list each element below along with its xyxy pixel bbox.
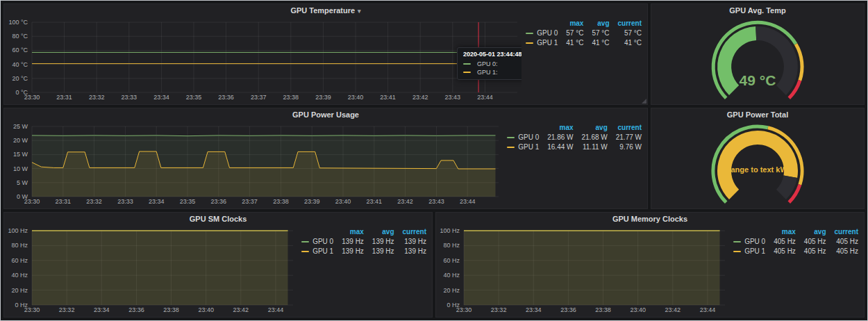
legend-table-memory-clocks[interactable]: maxavgcurrentGPU 0405 Hz405 Hz405 HzGPU … xyxy=(729,225,861,315)
legend-value: 11.11 W xyxy=(574,142,608,152)
legend-row: GPU 057 °C57 °C57 °C xyxy=(526,28,642,38)
y-axis-tick-label: 40 °C xyxy=(7,61,28,68)
y-axis-tick-label: 80 Hz xyxy=(439,242,460,249)
plot-svg xyxy=(7,17,521,102)
y-axis-tick-label: 60 Hz xyxy=(7,257,28,264)
y-axis-tick-label: 20 Hz xyxy=(439,287,460,294)
x-axis-tick-label: 23:30 xyxy=(18,94,46,101)
legend-value: 405 Hz xyxy=(765,237,796,247)
legend-row: GPU 116.44 W11.11 W9.76 W xyxy=(507,142,642,152)
y-axis-tick-label: 60 °C xyxy=(7,47,28,54)
legend-value: 405 Hz xyxy=(826,247,858,256)
legend-header[interactable]: max xyxy=(765,227,796,237)
panel-title-text: GPU Power Usage xyxy=(292,110,359,119)
x-axis-tick-label: 23:38 xyxy=(267,198,294,205)
y-axis-tick-label: 20 W xyxy=(7,137,28,144)
legend-row: GPU 1139 Hz139 Hz139 Hz xyxy=(301,247,426,256)
legend-header[interactable]: current xyxy=(610,19,642,28)
grafana-dashboard: GPU Temperature▾ 2020-05-01 23:44:48 GPU… xyxy=(0,0,868,321)
legend-value: 41 °C xyxy=(610,38,642,48)
panel-resize-handle[interactable] xyxy=(642,99,646,104)
legend-value: 41 °C xyxy=(558,38,583,48)
tooltip-series-value: 57 xyxy=(516,60,521,68)
series-dash-icon xyxy=(463,63,471,65)
series-dash-icon xyxy=(463,72,471,73)
panel-title-gpu-power-usage[interactable]: GPU Power Usage xyxy=(4,108,647,121)
panel-title-text: GPU Avg. Temp xyxy=(729,6,786,15)
legend-header[interactable]: max xyxy=(539,123,573,133)
panel-title-gpu-power-total[interactable]: GPU Power Total xyxy=(651,108,864,121)
plot-svg xyxy=(7,121,503,206)
legend-header[interactable]: current xyxy=(826,227,858,237)
power-usage-chart[interactable]: 0 W5 W10 W15 W20 W25 W23:3023:3123:3223:… xyxy=(7,121,503,206)
panel-body: 0 Hz20 Hz40 Hz60 Hz80 Hz100 Hz23:3023:32… xyxy=(4,225,432,316)
series-dash-icon xyxy=(526,33,533,34)
legend-series-toggle[interactable]: GPU 0 xyxy=(507,133,539,142)
tooltip-series-name: GPU 1: xyxy=(477,68,498,76)
legend-header[interactable]: avg xyxy=(796,227,826,237)
legend-header[interactable]: avg xyxy=(583,19,609,28)
avg-temp-gauge: 49 °C xyxy=(654,17,861,102)
x-axis-tick-label: 23:40 xyxy=(192,306,220,313)
tooltip-row: GPU 0: 57 xyxy=(463,60,521,68)
panel-gpu-temperature: GPU Temperature▾ 2020-05-01 23:44:48 GPU… xyxy=(3,3,648,105)
x-axis-tick-label: 23:32 xyxy=(83,94,110,101)
tooltip-timestamp: 2020-05-01 23:44:48 xyxy=(463,51,521,58)
legend-value: 139 Hz xyxy=(333,247,364,256)
legend-series-toggle[interactable]: GPU 1 xyxy=(733,247,765,256)
legend-series-toggle[interactable]: GPU 0 xyxy=(526,28,558,38)
panel-title-text: GPU SM Clocks xyxy=(190,215,247,223)
legend-header[interactable]: avg xyxy=(574,123,608,133)
x-axis-tick-label: 23:44 xyxy=(262,306,290,313)
legend-table-sm-clocks[interactable]: maxavgcurrentGPU 0139 Hz139 Hz139 HzGPU … xyxy=(297,225,429,315)
legend-value: 139 Hz xyxy=(364,247,394,256)
x-axis-tick-label: 23:41 xyxy=(374,94,402,101)
chevron-down-icon: ▾ xyxy=(358,8,361,15)
legend: maxavgcurrentGPU 021.86 W21.68 W21.77 WG… xyxy=(507,123,642,152)
legend-series-toggle[interactable]: GPU 1 xyxy=(301,247,333,256)
panel-title-gpu-sm-clocks[interactable]: GPU SM Clocks xyxy=(4,213,432,225)
x-axis-tick-label: 23:43 xyxy=(422,198,450,205)
legend-row: GPU 1405 Hz405 Hz405 Hz xyxy=(733,247,858,256)
sm-clocks-chart[interactable]: 0 Hz20 Hz40 Hz60 Hz80 Hz100 Hz23:3023:32… xyxy=(7,225,297,315)
y-axis-tick-label: 80 Hz xyxy=(7,242,28,249)
legend: maxavgcurrentGPU 0405 Hz405 Hz405 HzGPU … xyxy=(733,227,858,256)
panel-title-text: GPU Memory Clocks xyxy=(612,215,687,223)
series-dash-icon xyxy=(733,241,741,242)
x-axis-tick-label: 23:40 xyxy=(329,198,357,205)
legend-header[interactable]: max xyxy=(333,227,364,237)
plot-svg xyxy=(439,225,729,315)
legend-value: 405 Hz xyxy=(796,237,826,247)
panel-title-gpu-memory-clocks[interactable]: GPU Memory Clocks xyxy=(436,213,864,225)
legend-header[interactable]: current xyxy=(608,123,642,133)
legend-series-toggle[interactable]: GPU 1 xyxy=(526,38,558,48)
x-axis-tick-label: 23:39 xyxy=(298,198,326,205)
y-axis-tick-label: 15 W xyxy=(7,151,28,158)
legend-header[interactable]: avg xyxy=(364,227,394,237)
x-axis-tick-label: 23:33 xyxy=(115,94,143,101)
legend-table-temperature[interactable]: maxavgcurrentGPU 057 °C57 °C57 °CGPU 141… xyxy=(521,17,644,102)
legend-row: GPU 0405 Hz405 Hz405 Hz xyxy=(733,237,858,247)
x-axis-tick-label: 23:35 xyxy=(174,198,201,205)
legend-header[interactable]: max xyxy=(558,19,583,28)
legend-series-toggle[interactable]: GPU 0 xyxy=(733,237,765,247)
y-axis-tick-label: 5 W xyxy=(7,179,28,186)
y-axis-tick-label: 100 Hz xyxy=(439,227,460,234)
temperature-chart[interactable]: 2020-05-01 23:44:48 GPU 0: 57 GPU 1: 41 … xyxy=(7,17,521,102)
panel-title-gpu-avg-temp[interactable]: GPU Avg. Temp xyxy=(651,4,864,17)
legend-value: 9.76 W xyxy=(608,142,642,152)
panel-gpu-memory-clocks: GPU Memory Clocks 0 Hz20 Hz40 Hz60 Hz80 … xyxy=(435,212,865,318)
panel-title-gpu-temperature[interactable]: GPU Temperature▾ xyxy=(4,4,647,17)
x-axis-tick-label: 23:40 xyxy=(342,94,369,101)
legend-series-toggle[interactable]: GPU 1 xyxy=(507,142,539,152)
x-axis-tick-label: 23:42 xyxy=(406,94,434,101)
legend-series-toggle[interactable]: GPU 0 xyxy=(301,237,333,247)
legend-value: 405 Hz xyxy=(826,237,858,247)
memory-clocks-chart[interactable]: 0 Hz20 Hz40 Hz60 Hz80 Hz100 Hz23:3023:32… xyxy=(439,225,729,315)
x-axis-tick-label: 23:44 xyxy=(694,306,721,313)
x-axis-tick-label: 23:31 xyxy=(49,198,77,205)
legend-table-power[interactable]: maxavgcurrentGPU 021.86 W21.68 W21.77 WG… xyxy=(503,121,644,206)
series-dash-icon xyxy=(301,241,309,242)
gauge-value: 49 °C xyxy=(654,72,861,89)
legend-header[interactable]: current xyxy=(394,227,426,237)
